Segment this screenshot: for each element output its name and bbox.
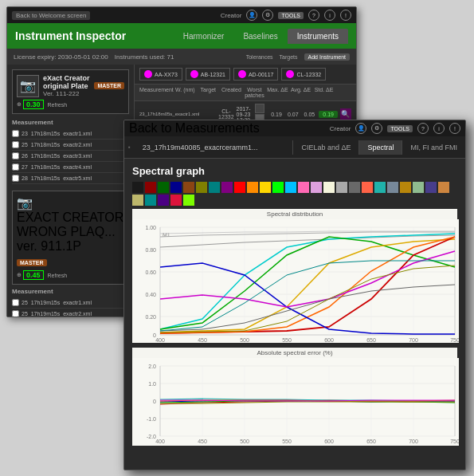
instrument-name-2: EXACT CREATOR WRONG PLAQ...: [17, 210, 124, 239]
measurement-checkbox[interactable]: [12, 175, 19, 182]
cell-name: 23_17h18m05s_exactr1.xml: [139, 112, 199, 116]
color-swatch[interactable]: [183, 195, 194, 206]
chroma-box-3: AD-00117: [233, 68, 279, 81]
color-swatch[interactable]: [336, 182, 347, 193]
color-swatch[interactable]: [298, 182, 309, 193]
svg-text:0.80: 0.80: [145, 247, 156, 253]
measurement-row[interactable]: 26_17h18m15s_exactr3.xml: [12, 151, 129, 162]
measurement-checkbox[interactable]: [12, 141, 19, 148]
instrument-icon: 📷: [17, 75, 39, 97]
measurement-checkbox[interactable]: [12, 310, 19, 317]
col-avgde: Avg. ΔE: [289, 87, 312, 98]
color-swatch[interactable]: [221, 182, 233, 193]
svg-text:550: 550: [282, 337, 292, 343]
measurement-name: 28_17h18m15s_exactr5.xml: [22, 175, 129, 181]
nav-tabs: Harmonizer Baselines Instruments: [174, 29, 348, 44]
color-swatch[interactable]: [413, 182, 424, 193]
help-icon-front[interactable]: ?: [417, 123, 429, 134]
alert-icon[interactable]: !: [340, 10, 351, 21]
color-swatch[interactable]: [158, 195, 169, 206]
settings-icon[interactable]: ⚙: [262, 10, 273, 21]
color-swatch[interactable]: [349, 182, 360, 193]
color-swatch[interactable]: [132, 195, 143, 206]
color-swatch[interactable]: [158, 182, 169, 193]
tab-cielab[interactable]: CIELab and ΔE: [292, 140, 358, 155]
color-swatch[interactable]: [132, 182, 143, 193]
add-instrument-btn[interactable]: Add Instrument: [304, 53, 350, 61]
color-swatch[interactable]: [374, 182, 386, 193]
tools-btn-front[interactable]: TOOLS: [387, 125, 413, 132]
col-stdde: Std. ΔE: [312, 87, 335, 98]
left-panel: 📷 eXact Creator original Plate Ver. 111-…: [7, 65, 135, 317]
user-icon-front[interactable]: 👤: [355, 123, 366, 134]
creator-label: Creator: [221, 12, 242, 19]
info-icon[interactable]: i: [324, 10, 335, 21]
tab-instruments[interactable]: Instruments: [288, 29, 348, 44]
measurement-name: 25_17h19m15s_exactr1.xml: [22, 300, 129, 305]
back-to-welcome-btn[interactable]: Back to Welcome screen: [12, 11, 90, 20]
measurement-checkbox[interactable]: [12, 163, 19, 171]
measurement-row[interactable]: 23_17h18m15s_exactr1.xml: [12, 128, 129, 140]
svg-text:650: 650: [366, 337, 376, 343]
color-swatch[interactable]: [272, 182, 284, 193]
color-swatch[interactable]: [323, 182, 335, 193]
color-swatch[interactable]: [170, 182, 182, 193]
magnify-btn[interactable]: 🔍: [340, 108, 351, 120]
tab-spectral[interactable]: Spectral: [358, 140, 402, 155]
svg-text:750: 750: [450, 337, 459, 343]
instrument-card-1: 📷 eXact Creator original Plate Ver. 111-…: [12, 69, 129, 114]
svg-text:400: 400: [155, 337, 165, 343]
master-badge: MASTER: [94, 82, 124, 89]
measurement-row[interactable]: 25_17h19m15s_exactr1.xml: [12, 297, 129, 309]
col-target: Target: [197, 87, 220, 98]
color-swatch[interactable]: [234, 182, 245, 193]
measurement-row[interactable]: 25_17h19m15s_exactr2.xml: [12, 309, 129, 317]
color-swatch[interactable]: [145, 195, 156, 206]
color-swatch[interactable]: [183, 182, 194, 193]
color-swatch[interactable]: [260, 182, 271, 193]
sub-header: License expiry: 2030-05-01 02:00 Instrum…: [7, 49, 356, 65]
measurement-row[interactable]: 25_17h18m15s_exactr2.xml: [12, 140, 129, 151]
instrument-version-2: ver. 911.1P: [17, 239, 124, 254]
color-swatch[interactable]: [209, 182, 220, 193]
alert-icon-front[interactable]: !: [449, 123, 460, 134]
front-tabbar: ▪ 23_17h19m40085_exacrceramm1... CIELab …: [124, 136, 465, 159]
tools-btn[interactable]: TOOLS: [278, 12, 304, 19]
user-icon[interactable]: 👤: [246, 10, 257, 21]
tab-harmonizer[interactable]: Harmonizer: [174, 29, 234, 44]
measurement-checkbox[interactable]: [12, 152, 19, 159]
svg-text:650: 650: [366, 439, 376, 444]
measurement-name: 25_17h19m15s_exactr2.xml: [22, 311, 129, 317]
cell-stdde: 0.05: [303, 112, 317, 117]
back-to-measurements-btn[interactable]: Back to Measurements: [129, 121, 260, 136]
color-swatch[interactable]: [170, 195, 182, 206]
svg-text:700: 700: [409, 439, 418, 444]
settings-icon-front[interactable]: ⚙: [371, 123, 382, 134]
color-swatch[interactable]: [247, 182, 258, 193]
color-swatch[interactable]: [285, 182, 296, 193]
color-swatch[interactable]: [400, 182, 411, 193]
info-icon-front[interactable]: i: [433, 123, 445, 134]
measurement-checkbox[interactable]: [12, 130, 19, 137]
cell-target: CL-12332: [218, 108, 233, 120]
measurement-row[interactable]: 28_17h18m15s_exactr5.xml: [12, 173, 129, 184]
color-swatch[interactable]: [438, 182, 449, 193]
color-swatch[interactable]: [425, 182, 437, 193]
tab-baselines[interactable]: Baselines: [233, 29, 287, 44]
tab-mi-fi[interactable]: MI, FI and FMI: [402, 140, 465, 155]
spectral-window: Back to Measurements Creator 👤 ⚙ TOOLS ?…: [123, 120, 466, 470]
color-swatch[interactable]: [362, 182, 373, 193]
color-swatch[interactable]: [311, 182, 322, 193]
graph-area: Spectral graph Spectral distribution: [124, 159, 465, 457]
help-icon[interactable]: ?: [308, 10, 319, 21]
measurement-row[interactable]: 27_17h18m15s_exactr4.xml: [12, 162, 129, 173]
svg-text:-1.0: -1.0: [147, 416, 156, 422]
measurement-name: 25_17h18m15s_exactr2.xml: [22, 142, 129, 148]
version-box-2: 0.45: [23, 270, 44, 280]
color-swatch[interactable]: [145, 182, 156, 193]
color-swatch[interactable]: [196, 182, 207, 193]
color-swatch[interactable]: [387, 182, 398, 193]
measurement-checkbox[interactable]: [12, 299, 19, 306]
swatch-row: [132, 182, 457, 206]
svg-text:1.00: 1.00: [145, 225, 156, 230]
